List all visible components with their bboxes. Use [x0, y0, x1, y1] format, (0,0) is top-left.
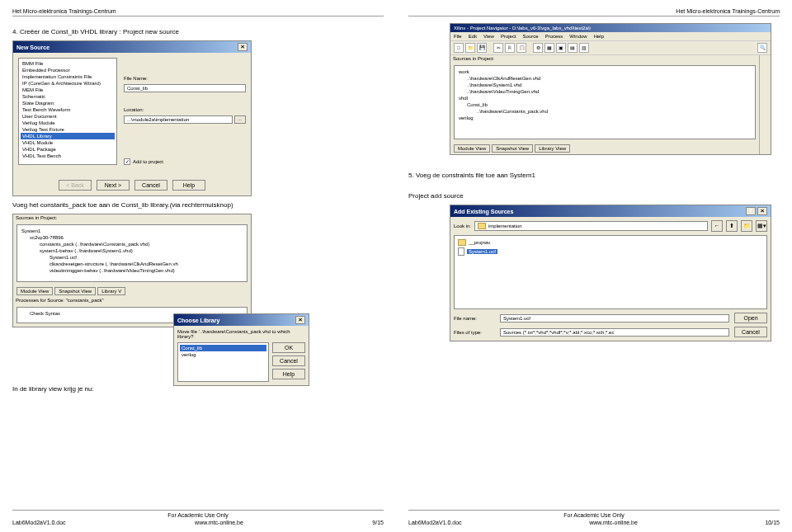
source-type-item[interactable]: Test Bench Waveform	[21, 106, 115, 113]
source-type-item[interactable]: State Diagram	[21, 100, 115, 106]
folder-icon	[458, 239, 466, 246]
menu-item[interactable]: Help	[594, 34, 604, 39]
tree-item[interactable]: ..\hardware\System1.vhd	[457, 82, 752, 88]
source-type-item[interactable]: VHDL Package	[21, 146, 115, 153]
tab-snapshot-view[interactable]: Snapshot View	[54, 287, 96, 295]
save-icon[interactable]: 💾	[477, 43, 487, 53]
add-sources-titlebar[interactable]: Add Existing Sources ? ×	[450, 205, 771, 217]
close-icon[interactable]: ×	[295, 316, 305, 324]
tree-item[interactable]: ..\hardware\VideoTimingGen.vhd	[457, 88, 752, 95]
source-type-item[interactable]: Embedded Processor	[21, 67, 115, 73]
source-type-item[interactable]: Schematic	[21, 93, 115, 100]
footer-page: 9/15	[372, 520, 384, 525]
views-icon[interactable]: ▦▾	[756, 220, 767, 232]
menu-item[interactable]: Edit	[469, 34, 477, 39]
footer-doc: Lab6Mod2aV1.0.doc	[408, 520, 462, 525]
tree-item[interactable]: verilog	[457, 115, 752, 121]
source-type-item[interactable]: Implementation Constraints File	[21, 73, 115, 80]
tree-item[interactable]: system1-behav (..\hardware\System1.vhd)	[20, 247, 244, 254]
tree-item[interactable]: ..\hardware\Constants_pack.vhd	[457, 108, 752, 115]
location-label: Location:	[124, 107, 246, 112]
new-folder-icon[interactable]: 📁	[741, 220, 752, 232]
source-type-item[interactable]: VHDL Test Bench	[21, 153, 115, 159]
cancel-button[interactable]: Cancel	[734, 327, 767, 337]
source-type-list[interactable]: BMM FileEmbedded ProcessorImplementation…	[18, 58, 117, 165]
paste-icon[interactable]: 📋	[516, 43, 526, 53]
tree-item[interactable]: System1	[20, 228, 244, 234]
file-icon	[458, 247, 464, 256]
tree-item[interactable]: work	[457, 68, 752, 75]
tab-module-view[interactable]: Module View	[16, 287, 53, 295]
open-icon[interactable]: 📁	[465, 43, 475, 53]
file-item[interactable]: System1.ucf	[457, 247, 764, 257]
choose-library-titlebar[interactable]: Choose Library ×	[174, 314, 309, 326]
tree-item[interactable]: videotiminggen-behav (..\hardware\VideoT…	[20, 267, 244, 274]
choose-library-list[interactable]: Const_libverilog	[177, 342, 269, 382]
tab-snapshot-view[interactable]: Snapshot View	[492, 144, 533, 153]
location-input[interactable]	[124, 115, 233, 124]
file-name-input[interactable]	[124, 84, 246, 92]
filename-input[interactable]: System1.ucf	[500, 314, 729, 322]
back-icon[interactable]: ←	[711, 220, 723, 232]
library-option[interactable]: verilog	[180, 351, 266, 358]
close-icon[interactable]: ×	[238, 43, 248, 51]
source-type-item[interactable]: MEM File	[21, 87, 115, 93]
copy-icon[interactable]: ⎘	[505, 43, 515, 53]
tree-item[interactable]: clkandresetgen-structure (..\hardware\Cl…	[20, 261, 244, 267]
add-to-project-checkbox[interactable]: ✓	[124, 158, 130, 165]
tab-library-view[interactable]: Library View	[535, 144, 570, 153]
source-type-item[interactable]: BMM File	[21, 60, 115, 67]
browse-button[interactable]: ...	[234, 115, 246, 124]
tree-item[interactable]: System1.ucf	[20, 254, 244, 261]
next-button[interactable]: Next >	[97, 180, 130, 191]
tool-icon[interactable]: ▥	[579, 43, 589, 53]
help-icon[interactable]: ?	[746, 207, 756, 215]
menu-item[interactable]: File	[454, 34, 462, 39]
tab-library-view[interactable]: Library V	[97, 287, 125, 295]
tool-icon[interactable]: ⚙	[533, 43, 543, 53]
tab-module-view[interactable]: Module View	[454, 144, 490, 153]
filetype-combo[interactable]: Sources (*.txt*;*vhd*;*vhdl*;*v;*.abl;*.…	[500, 328, 729, 337]
find-icon[interactable]: 🔍	[757, 43, 767, 53]
menu-item[interactable]: View	[483, 34, 494, 39]
new-source-dialog: New Source × BMM FileEmbedded ProcessorI…	[12, 40, 252, 196]
footer-doc: Lab6Mod2aV1.0.doc	[12, 520, 66, 525]
choose-library-text: Move file '..\hardware\Constants_pack.vh…	[177, 329, 305, 339]
tool-icon[interactable]: ▣	[556, 43, 566, 53]
source-type-item[interactable]: User Document	[21, 113, 115, 120]
xilinx-sources-tree[interactable]: work..\hardware\ClkAndResetGen.vhd..\har…	[454, 65, 756, 139]
lookin-combo[interactable]: implementation	[474, 221, 708, 231]
xilinx-titlebar[interactable]: Xilinx - Project Navigator - D:\labs_v6-…	[450, 24, 771, 32]
source-type-item[interactable]: IP (CoreGen & Architecture Wizard)	[21, 80, 115, 87]
source-type-item[interactable]: VHDL Module	[21, 139, 115, 146]
new-source-titlebar[interactable]: New Source ×	[13, 41, 251, 53]
library-option[interactable]: Const_lib	[180, 345, 266, 351]
help-button[interactable]: Help	[172, 180, 205, 191]
menu-item[interactable]: Window	[569, 34, 587, 39]
up-folder-icon[interactable]: ⬆	[726, 220, 738, 232]
new-icon[interactable]: □	[454, 43, 464, 53]
tree-item[interactable]: Const_lib	[457, 101, 752, 108]
file-list[interactable]: __projnavSystem1.ucf	[454, 235, 767, 309]
tree-item[interactable]: constants_pack (..\hardware\Constants_pa…	[20, 241, 244, 247]
tree-item[interactable]: ..\hardware\ClkAndResetGen.vhd	[457, 75, 752, 82]
tool-icon[interactable]: ▤	[568, 43, 578, 53]
cancel-button[interactable]: Cancel	[134, 180, 167, 191]
open-button[interactable]: Open	[734, 313, 767, 323]
ok-button[interactable]: OK	[272, 342, 305, 353]
help-button[interactable]: Help	[272, 369, 305, 379]
sources-tree[interactable]: System1xc2vp30-7ff896constants_pack (..\…	[16, 224, 248, 282]
menu-item[interactable]: Process	[545, 34, 563, 39]
file-item[interactable]: __projnav	[457, 238, 764, 247]
close-icon[interactable]: ×	[757, 207, 767, 215]
tree-item[interactable]: xc2vp30-7ff896	[20, 234, 244, 241]
cut-icon[interactable]: ✂	[493, 43, 503, 53]
source-type-item[interactable]: VHDL Library	[21, 133, 115, 139]
tool-icon[interactable]: ▦	[544, 43, 554, 53]
tree-item[interactable]: vhdl	[457, 95, 752, 101]
source-type-item[interactable]: Verilog Module	[21, 120, 115, 126]
source-type-item[interactable]: Verilog Test Fixture	[21, 126, 115, 133]
menu-item[interactable]: Project	[501, 34, 516, 39]
cancel-button[interactable]: Cancel	[272, 355, 305, 366]
menu-item[interactable]: Source	[523, 34, 539, 39]
